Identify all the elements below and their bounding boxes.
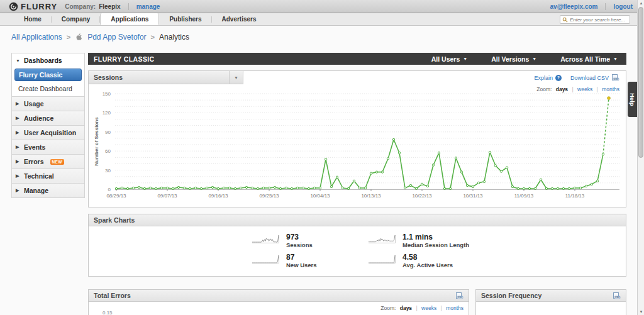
breadcrumb-app-name[interactable]: Pdd App Svetofor	[87, 33, 146, 41]
x-tick-label: 10/31/13	[463, 193, 483, 199]
sessions-panel-title: Sessions	[94, 74, 123, 81]
search-input[interactable]	[570, 17, 628, 23]
logout-link[interactable]: logout	[613, 3, 633, 10]
scroll-down-arrow[interactable]: ▼	[638, 309, 644, 315]
nav-tab-company[interactable]: Company	[52, 13, 101, 25]
new-users-sparkline	[251, 253, 281, 265]
metric-label: New Users	[286, 262, 317, 268]
breadcrumb-all-applications[interactable]: All Applications	[11, 33, 62, 41]
help-tab[interactable]: Help	[628, 82, 637, 117]
sidebar-item-label: Events	[24, 143, 45, 151]
divider	[605, 3, 606, 10]
total-errors-header: Total Errors CSV	[89, 290, 469, 302]
sidebar-section-technical: ▶ Technical	[11, 169, 85, 183]
sidebar-section-manage: ▶ Manage	[11, 183, 85, 198]
svg-text:CSV: CSV	[615, 296, 620, 299]
sidebar-section-user-acquisition: ▶ User Acquisition	[11, 125, 85, 140]
sidebar-section-events: ▶ Events	[11, 140, 85, 154]
total-errors-panel: Total Errors CSV Zoom: days | weeks | mo…	[88, 289, 469, 315]
sidebar-header-label: Dashboards	[24, 57, 62, 64]
breadcrumb-separator: >	[67, 33, 70, 41]
svg-text:CSV: CSV	[458, 296, 463, 299]
x-tick-label: 08/29/13	[106, 193, 126, 199]
scrollbar-thumb[interactable]	[638, 7, 643, 158]
manage-link[interactable]: manage	[136, 3, 160, 10]
company-label: Company:	[65, 3, 96, 10]
sidebar-header-dashboards[interactable]: ▼ Dashboards	[12, 53, 84, 67]
filter-label: All Users	[431, 55, 460, 63]
y-tick-label: 0	[108, 187, 111, 192]
sidebar-item-events[interactable]: ▶ Events	[12, 140, 84, 154]
y-tick-label: 90	[105, 130, 111, 135]
zoom-option-months[interactable]: months	[446, 305, 464, 311]
y-tick-label: 150	[103, 91, 111, 97]
nav-tab-home[interactable]: Home	[14, 13, 52, 25]
sessions-panel: Sessions ▼ Explain ? Download CSV CSV Zo…	[88, 70, 626, 207]
session-frequency-title: Session Frequency	[481, 292, 541, 299]
sidebar-item-label: Manage	[24, 187, 48, 194]
breadcrumb: All Applications > Pdd App Svetofor > An…	[11, 33, 189, 41]
user-email-link[interactable]: av@fleepix.com	[550, 3, 598, 10]
sidebar-item-user-acquisition[interactable]: ▶ User Acquisition	[12, 126, 84, 140]
sidebar-item-usage[interactable]: ▶ Usage	[12, 97, 84, 111]
filter-label: Across All Time	[560, 55, 610, 63]
download-csv-label: Download CSV	[570, 75, 609, 81]
nav-tab-publishers[interactable]: Publishers	[159, 13, 211, 25]
scroll-up-arrow[interactable]: ▲	[638, 0, 644, 6]
download-csv-link[interactable]: Download CSV CSV	[570, 74, 619, 81]
sidebar-item-create-dashboard[interactable]: Create Dashboard	[14, 84, 82, 92]
zoom-label: Zoom:	[380, 305, 396, 311]
avg-active-users-sparkline	[367, 253, 397, 265]
metric-dropdown-button[interactable]: ▼	[229, 71, 243, 84]
x-tick-label: 09/07/13	[157, 193, 177, 199]
chevron-down-icon: ▼	[463, 57, 467, 61]
nav-tab-applications[interactable]: Applications	[100, 13, 159, 25]
sidebar-item-errors[interactable]: ▶ Errors NEW	[12, 155, 84, 169]
sessions-panel-header: Sessions ▼	[89, 71, 243, 84]
chart-links-row: Explain ? Download CSV CSV	[534, 74, 619, 81]
median-session-length-sparkline	[367, 233, 397, 245]
topbar-right: av@fleepix.com logout	[550, 3, 633, 10]
nav-tab-advertisers[interactable]: Advertisers	[212, 13, 267, 25]
y-tick-label: 60	[105, 148, 111, 154]
chevron-down-icon: ▼	[613, 57, 618, 61]
metric-new-users: 87 New Users	[251, 253, 317, 268]
filter-all-users[interactable]: All Users ▼	[431, 55, 467, 63]
explain-link[interactable]: Explain ?	[534, 75, 562, 81]
vertical-scrollbar[interactable]: ▲ ▼	[637, 0, 644, 315]
filter-across-all-time[interactable]: Across All Time ▼	[560, 55, 618, 63]
topbar: FLURRY Company: Fleepix manage av@fleepi…	[0, 0, 644, 13]
sidebar: ▼ Dashboards Flurry Classic Create Dashb…	[11, 53, 85, 198]
metric-value: 1.1 mins	[402, 233, 469, 241]
zoom-option-days[interactable]: days	[400, 305, 412, 311]
filter-label: All Versions	[491, 55, 529, 63]
breadcrumb-separator: >	[151, 33, 155, 41]
x-tick-label: 09/16/13	[208, 193, 228, 199]
sidebar-item-audience[interactable]: ▶ Audience	[12, 111, 84, 125]
spark-charts-title: Spark Charts	[94, 216, 135, 224]
chevron-right-icon: ▶	[16, 145, 21, 150]
flurry-logo-icon	[9, 2, 18, 11]
total-errors-zoom-switcher: Zoom: days | weeks | months	[380, 305, 464, 311]
x-tick-label: 10/04/13	[310, 193, 330, 199]
csv-file-icon[interactable]: CSV	[455, 292, 464, 299]
metric-avg-active-users: 4.58 Avg. Active Users	[367, 253, 453, 268]
brand-text: FLURRY	[21, 2, 57, 11]
flurry-logo[interactable]: FLURRY	[9, 2, 57, 11]
chevron-right-icon: ▶	[16, 116, 21, 121]
sidebar-item-technical[interactable]: ▶ Technical	[12, 169, 84, 183]
sidebar-item-manage[interactable]: ▶ Manage	[12, 184, 84, 197]
sidebar-item-flurry-classic[interactable]: Flurry Classic	[14, 69, 82, 81]
sidebar-section-dashboards: ▼ Dashboards Flurry Classic Create Dashb…	[11, 53, 85, 96]
zoom-option-weeks[interactable]: weeks	[421, 305, 436, 311]
search-box[interactable]	[560, 15, 630, 24]
sidebar-item-label: User Acquisition	[24, 129, 76, 136]
csv-file-icon[interactable]: CSV	[613, 292, 621, 299]
chevron-right-icon: ▶	[16, 101, 21, 106]
explain-label: Explain	[534, 75, 553, 81]
sidebar-item-label: Errors	[24, 158, 44, 165]
filter-all-versions[interactable]: All Versions ▼	[491, 55, 536, 63]
new-badge: NEW	[50, 159, 64, 165]
help-question-icon: ?	[555, 75, 562, 81]
flurry-classic-bar: FLURRY CLASSIC All Users ▼ All Versions …	[88, 53, 626, 65]
